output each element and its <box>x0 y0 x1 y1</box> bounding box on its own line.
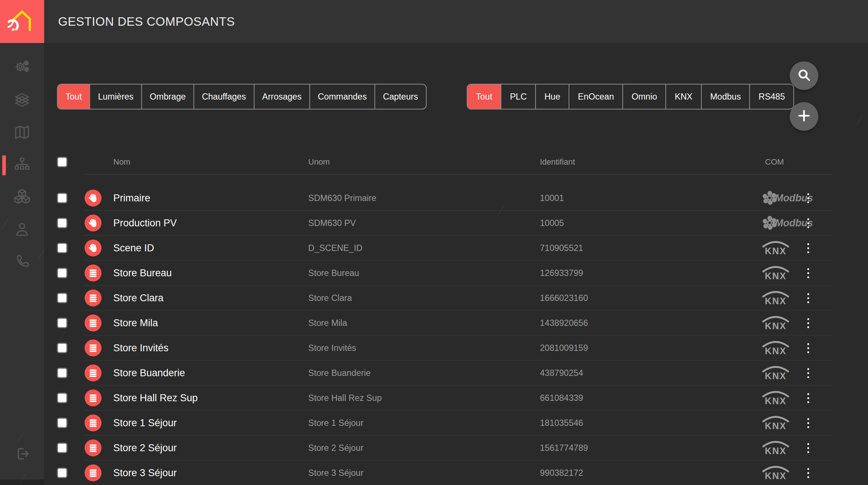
category-tab-ombrage[interactable]: Ombrage <box>141 85 193 109</box>
protocol-tab-modbus[interactable]: Modbus <box>701 85 750 109</box>
row-checkbox[interactable] <box>57 193 67 203</box>
blinds-icon <box>85 414 102 431</box>
search-button[interactable] <box>790 61 818 90</box>
row-identifiant: 2081009159 <box>540 335 588 360</box>
row-menu-button[interactable] <box>803 315 814 331</box>
row-menu-button[interactable] <box>803 190 814 206</box>
category-tab-capteurs[interactable]: Capteurs <box>374 85 426 109</box>
column-header-nom: Nom <box>113 150 130 175</box>
blinds-icon <box>85 340 102 356</box>
row-menu-button[interactable] <box>803 240 814 256</box>
app-logo[interactable] <box>0 0 44 43</box>
column-header-unom: Unom <box>308 150 330 175</box>
knx-logo: KNX <box>760 385 792 410</box>
table-row[interactable]: Store 1 SéjourStore 1 Séjour181035546KNX <box>44 410 868 435</box>
table-row[interactable]: Store Hall Rez SupStore Hall Rez Sup6610… <box>44 385 868 410</box>
row-checkbox[interactable] <box>57 218 67 228</box>
search-icon <box>796 67 812 84</box>
table-row[interactable]: Store InvitésStore Invités2081009159KNX <box>44 335 868 360</box>
row-menu-button[interactable] <box>803 440 814 456</box>
row-identifiant: 438790254 <box>540 360 583 385</box>
category-tab-lumières[interactable]: Lumières <box>89 85 141 109</box>
knx-logo: KNX <box>760 410 792 435</box>
row-checkbox[interactable] <box>57 418 67 428</box>
table-row[interactable]: Production PVSDM630 PV10005Modbus <box>44 211 868 236</box>
row-menu-button[interactable] <box>803 465 814 481</box>
svg-text:KNX: KNX <box>765 271 787 281</box>
row-unom: D_SCENE_ID <box>308 236 363 261</box>
table-row[interactable]: Store 3 SéjourStore 3 Séjour990382172KNX <box>44 460 868 485</box>
row-unom: Store Invités <box>308 335 356 360</box>
blinds-icon <box>85 290 102 306</box>
row-identifiant: 126933799 <box>540 261 583 285</box>
table-row[interactable]: Scene IDD_SCENE_ID710905521KNX <box>44 236 868 261</box>
category-tab-tout[interactable]: Tout <box>58 85 89 109</box>
app-window: GESTION DES COMPOSANTS ToutLumièresOmbra… <box>0 0 868 485</box>
sidebar-item-map[interactable] <box>0 117 44 149</box>
sidebar-item-phone[interactable] <box>0 246 44 279</box>
row-unom: Store Hall Rez Sup <box>308 385 382 410</box>
row-menu-button[interactable] <box>803 290 814 306</box>
knx-logo: KNX <box>760 310 792 335</box>
table-row[interactable]: Store BureauStore Bureau126933799KNX <box>44 261 868 285</box>
knx-logo: KNX <box>760 236 792 261</box>
row-menu-button[interactable] <box>803 215 814 231</box>
plus-icon <box>796 108 812 125</box>
protocol-tab-hue[interactable]: Hue <box>535 85 569 109</box>
row-name: Store Buanderie <box>113 360 185 385</box>
protocol-tab-rs485[interactable]: RS485 <box>749 85 793 109</box>
category-tab-commandes[interactable]: Commandes <box>309 85 374 109</box>
row-checkbox[interactable] <box>57 318 67 328</box>
sidebar-item-users[interactable] <box>0 214 44 246</box>
blinds-icon <box>85 265 102 281</box>
row-name: Store 3 Séjour <box>113 460 177 485</box>
table-row[interactable]: PrimaireSDM630 Primaire10001Modbus <box>44 186 868 211</box>
svg-text:KNX: KNX <box>765 296 787 306</box>
table-row[interactable]: Store 2 SéjourStore 2 Séjour1561774789KN… <box>44 435 868 460</box>
svg-text:KNX: KNX <box>765 321 787 331</box>
row-checkbox[interactable] <box>57 468 67 478</box>
knx-logo: KNX <box>760 335 792 360</box>
add-component-button[interactable] <box>790 102 818 131</box>
protocol-tab-tout[interactable]: Tout <box>467 85 501 109</box>
category-tab-chauffages[interactable]: Chauffages <box>193 85 254 109</box>
row-identifiant: 1438920656 <box>540 310 588 335</box>
table-row[interactable]: Store BuanderieStore Buanderie438790254K… <box>44 360 868 385</box>
row-menu-button[interactable] <box>803 340 814 356</box>
row-menu-button[interactable] <box>803 390 814 406</box>
protocol-tab-enocean[interactable]: EnOcean <box>569 85 622 109</box>
row-menu-button[interactable] <box>803 365 814 381</box>
sidebar-item-settings[interactable] <box>0 52 44 85</box>
protocol-tab-plc[interactable]: PLC <box>501 85 535 109</box>
row-checkbox[interactable] <box>57 293 67 303</box>
table-row[interactable]: Store ClaraStore Clara1666023160KNX <box>44 285 868 310</box>
map-icon <box>14 124 31 142</box>
table-row[interactable]: Store MilaStore Mila1438920656KNX <box>44 310 868 335</box>
row-menu-button[interactable] <box>803 265 814 281</box>
row-menu-button[interactable] <box>803 415 814 431</box>
knx-logo: KNX <box>760 435 792 460</box>
protocol-tab-knx[interactable]: KNX <box>665 85 701 109</box>
svg-text:KNX: KNX <box>765 346 787 356</box>
sidebar-item-logout[interactable] <box>0 446 44 463</box>
row-checkbox[interactable] <box>57 443 67 453</box>
row-checkbox[interactable] <box>57 343 67 353</box>
sidebar-item-modules[interactable] <box>0 182 44 214</box>
row-unom: Store Mila <box>308 310 347 335</box>
blinds-icon <box>85 315 102 331</box>
logout-icon <box>14 446 30 463</box>
row-checkbox[interactable] <box>57 243 67 253</box>
sidebar-item-components[interactable] <box>0 149 44 182</box>
row-name: Store Bureau <box>113 261 172 285</box>
select-all-checkbox[interactable] <box>57 157 67 167</box>
sidebar-item-layers[interactable] <box>0 85 44 117</box>
row-identifiant: 181035546 <box>540 410 583 435</box>
row-checkbox[interactable] <box>57 368 67 378</box>
row-checkbox[interactable] <box>57 268 67 278</box>
row-checkbox[interactable] <box>57 393 67 403</box>
protocol-tab-omnio[interactable]: Omnio <box>622 85 665 109</box>
row-unom: Store Bureau <box>308 261 359 285</box>
category-tab-arrosages[interactable]: Arrosages <box>254 85 309 109</box>
protocol-filter-tabs: ToutPLCHueEnOceanOmnioKNXModbusRS485 <box>467 84 794 109</box>
knx-logo: KNX <box>760 285 792 310</box>
